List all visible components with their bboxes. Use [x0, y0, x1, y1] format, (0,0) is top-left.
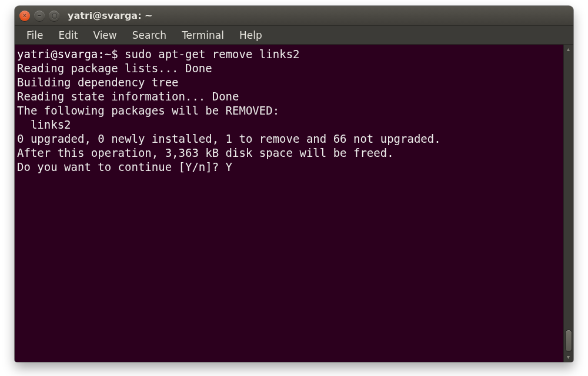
minimize-button[interactable]: –: [34, 11, 45, 21]
scroll-down-icon[interactable]: ▾: [565, 354, 572, 361]
terminal-window: × – ▢ yatri@svarga: ~ File Edit View Sea…: [15, 6, 573, 362]
prompt-sep: :: [98, 48, 104, 61]
prompt-symbol: $: [111, 48, 118, 61]
menu-view[interactable]: View: [86, 27, 123, 43]
window-title: yatri@svarga: ~: [68, 10, 153, 21]
output-line: 0 upgraded, 0 newly installed, 1 to remo…: [17, 132, 441, 145]
window-buttons: × – ▢: [19, 11, 59, 21]
scroll-up-icon[interactable]: ▴: [565, 46, 572, 53]
prompt-userhost: yatri@svarga: [17, 48, 98, 61]
menu-help[interactable]: Help: [232, 27, 269, 43]
maximize-button[interactable]: ▢: [49, 11, 59, 21]
output-line: The following packages will be REMOVED:: [17, 104, 279, 117]
output-line: links2: [17, 118, 71, 131]
scrollbar[interactable]: ▴ ▾: [563, 45, 573, 362]
terminal-area-wrap: yatri@svarga:~$ sudo apt-get remove link…: [15, 45, 573, 362]
typed-command: sudo apt-get remove links2: [125, 48, 299, 61]
menu-file[interactable]: File: [19, 27, 50, 43]
titlebar[interactable]: × – ▢ yatri@svarga: ~: [15, 6, 573, 26]
terminal-viewport[interactable]: yatri@svarga:~$ sudo apt-get remove link…: [15, 45, 563, 362]
scroll-thumb[interactable]: [566, 330, 572, 351]
menubar: File Edit View Search Terminal Help: [15, 26, 573, 45]
menu-edit[interactable]: Edit: [51, 27, 85, 43]
maximize-icon: ▢: [52, 13, 57, 19]
prompt-path: ~: [105, 48, 111, 61]
output-line: Reading state information... Done: [17, 90, 239, 103]
output-line: Building dependency tree: [17, 76, 179, 89]
minimize-icon: –: [38, 13, 41, 19]
output-line: Reading package lists... Done: [17, 62, 212, 75]
output-line: After this operation, 3,363 kB disk spac…: [17, 146, 394, 159]
menu-terminal[interactable]: Terminal: [175, 27, 231, 43]
menu-search[interactable]: Search: [125, 27, 173, 43]
close-button[interactable]: ×: [19, 11, 30, 21]
close-icon: ×: [23, 13, 26, 19]
output-line: Do you want to continue [Y/n]? Y: [17, 160, 232, 173]
